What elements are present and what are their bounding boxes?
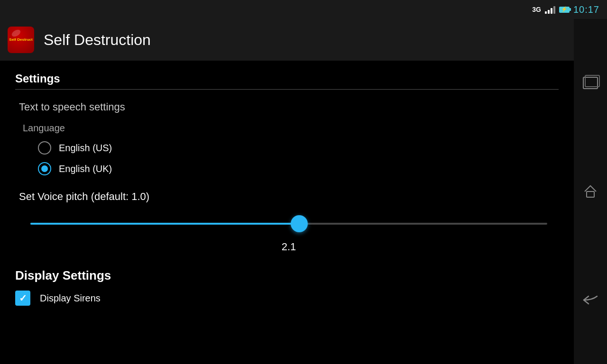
radio-label-en-us: English (US) (59, 143, 112, 154)
voice-pitch-slider[interactable] (30, 214, 547, 233)
nav-bar (574, 19, 607, 364)
app-logo: Self Destruct (8, 27, 34, 53)
slider-value: 2.1 (19, 241, 559, 253)
back-button[interactable] (579, 289, 602, 311)
signal-strength: 3G (532, 6, 541, 13)
display-sirens-checkbox[interactable]: ✓ Display Sirens (15, 291, 559, 306)
settings-title: Settings (15, 72, 559, 90)
language-radio-group: English (US) English (UK) (15, 141, 559, 175)
display-settings-section: Display Settings ✓ Display Sirens (15, 268, 559, 306)
app-bar: Self Destruct Self Destruction (0, 19, 574, 61)
tts-section: Text to speech settings Language English… (15, 101, 559, 175)
voice-pitch-label: Set Voice pitch (default: 1.0) (19, 191, 559, 203)
radio-en-uk[interactable]: English (UK) (38, 162, 559, 175)
display-sirens-label: Display Sirens (40, 293, 101, 304)
recents-icon (583, 77, 598, 89)
radio-label-en-uk: English (UK) (59, 164, 112, 174)
status-bar: 3G 10:17 (0, 0, 607, 19)
slider-fill (30, 223, 299, 225)
radio-circle-en-us (38, 141, 51, 155)
checkbox-box: ✓ (15, 291, 30, 306)
recents-button[interactable] (579, 72, 602, 94)
radio-circle-en-uk (38, 162, 51, 175)
main-content: Settings Text to speech settings Languag… (0, 61, 574, 364)
language-label: Language (15, 123, 559, 134)
status-time: 10:17 (573, 4, 599, 15)
home-button[interactable] (579, 180, 602, 203)
display-settings-title: Display Settings (15, 268, 559, 283)
checkmark-icon: ✓ (19, 292, 27, 304)
signal-bars-icon (545, 5, 555, 14)
slider-thumb[interactable] (291, 215, 308, 232)
app-logo-text: Self Destruct (9, 38, 32, 42)
svg-rect-0 (587, 191, 594, 197)
voice-pitch-section: Set Voice pitch (default: 1.0) 2.1 (15, 191, 559, 253)
home-icon (583, 184, 598, 199)
radio-en-us[interactable]: English (US) (38, 141, 559, 155)
back-icon (582, 294, 599, 306)
battery-icon (559, 7, 570, 13)
tts-section-title: Text to speech settings (15, 101, 559, 113)
app-title: Self Destruction (44, 31, 151, 49)
